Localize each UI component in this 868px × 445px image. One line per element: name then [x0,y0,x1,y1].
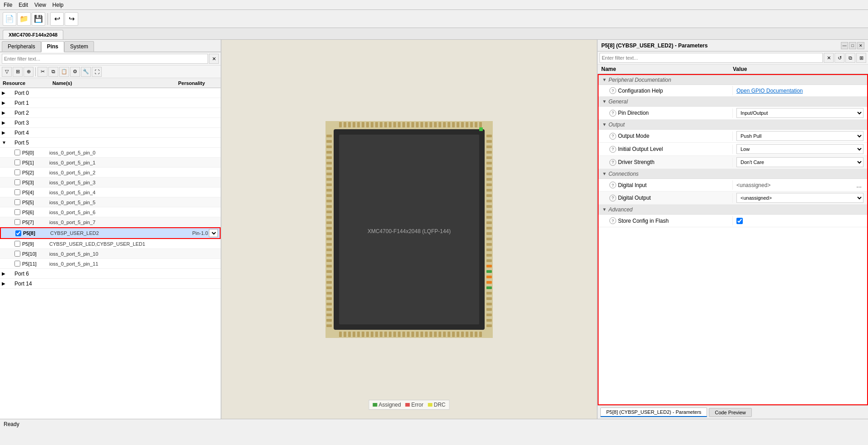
p5-3-checkbox[interactable] [14,179,20,185]
redo-button[interactable]: ↪ [65,12,78,26]
initial-output-level-help-icon[interactable]: ? [609,146,616,153]
right-filter-clear-btn[interactable]: ✕ [824,53,834,63]
tree-row-p5-3[interactable]: P5[3] ioss_0_port_5_pin_3 [0,178,221,187]
svg-rect-74 [326,183,332,186]
initial-output-level-label: Initial Output Level [618,146,663,152]
undo-button[interactable]: ↩ [50,12,64,26]
open-gpio-doc-link[interactable]: Open GPIO Documentation [736,88,803,94]
driver-strength-help-icon[interactable]: ? [609,159,616,166]
svg-rect-124 [486,259,492,262]
right-filter-col1-btn[interactable]: ⧉ [845,53,855,63]
section-peripheral-doc-toggle[interactable]: ▼ [602,77,607,82]
params-tab-button[interactable]: P5[8] (CYBSP_USER_LED2) - Parameters [600,408,707,417]
tools-btn[interactable]: ⚙ [70,67,80,77]
p5-2-checkbox[interactable] [14,169,20,175]
output-mode-help-icon[interactable]: ? [609,133,616,140]
right-filter-bar: ✕ ↺ ⧉ ⊞ [598,52,868,65]
p5-4-checkbox[interactable] [14,189,20,195]
menu-edit[interactable]: Edit [19,2,28,8]
filter-btn[interactable]: ▽ [2,67,12,77]
right-filter-refresh-btn[interactable]: ↺ [835,53,844,63]
tree-row-p5-4[interactable]: P5[4] ioss_0_port_5_pin_4 [0,187,221,197]
section-advanced-toggle[interactable]: ▼ [602,207,607,212]
digital-input-help-icon[interactable]: ? [609,182,616,188]
paste-btn[interactable]: 📋 [59,67,69,77]
store-config-checkbox[interactable] [736,218,743,224]
p5-6-checkbox[interactable] [14,209,20,215]
tree-row-p5-8[interactable]: P5[8] CYBSP_USER_LED2 Pin-1.0 ▼ [0,227,221,239]
section-peripheral-doc-label: Peripheral Documentation [609,77,671,83]
right-filter-col2-btn[interactable]: ⊞ [856,53,866,63]
expand-all-btn[interactable]: ⊕ [24,67,33,77]
right-panel-minimize-btn[interactable]: — [841,42,848,49]
svg-rect-22 [434,122,437,127]
tree-row-port5[interactable]: ▼ Port 5 [0,138,221,148]
tab-pins[interactable]: Pins [41,41,64,52]
svg-rect-18 [416,122,419,127]
open-button[interactable]: 📁 [17,12,31,26]
tree-row-port2[interactable]: ▶ Port 2 [0,108,221,118]
tree-row-port14[interactable]: ▶ Port 14 [0,279,221,289]
p5-8-personality-select[interactable]: ▼ [209,229,218,237]
right-panel-close-btn[interactable]: ✕ [857,42,864,49]
tree-row-port0[interactable]: ▶ Port 0 [0,88,221,98]
col-select-btn[interactable]: ⊞ [13,67,23,77]
p5-9-checkbox[interactable] [14,241,20,247]
digital-output-help-icon[interactable]: ? [609,195,616,201]
p5-5-checkbox[interactable] [14,199,20,205]
copy-btn[interactable]: ⧉ [48,67,58,77]
svg-rect-123 [486,254,492,257]
svg-rect-95 [326,297,332,300]
more-btn[interactable]: ⛶ [92,67,102,77]
store-config-help-icon[interactable]: ? [609,217,616,224]
tree-row-p5-6[interactable]: P5[6] ioss_0_port_5_pin_6 [0,207,221,217]
tree-row-port1[interactable]: ▶ Port 1 [0,98,221,108]
tree-row-port4[interactable]: ▶ Port 4 [0,128,221,138]
right-filter-input[interactable] [599,53,823,63]
filter-input[interactable] [2,54,208,64]
pin-direction-select[interactable]: Input/Output Input Output [736,108,863,118]
code-preview-button[interactable]: Code Preview [709,408,751,417]
save-button[interactable]: 💾 [32,12,45,26]
tab-system[interactable]: System [64,41,94,52]
menu-file[interactable]: File [4,2,12,8]
cut-btn[interactable]: ✂ [38,67,47,77]
menu-view[interactable]: View [34,2,46,8]
section-connections-toggle[interactable]: ▼ [602,171,607,176]
device-tab[interactable]: XMC4700-F144x2048 [3,30,63,39]
tree-row-p5-0[interactable]: P5[0] ioss_0_port_5_pin_0 [0,148,221,158]
p5-10-checkbox[interactable] [14,251,20,257]
initial-output-level-select[interactable]: Low High [736,144,863,154]
filter-clear-btn[interactable]: ✕ [209,54,219,64]
section-output-toggle[interactable]: ▼ [602,122,607,127]
settings-btn[interactable]: 🔧 [81,67,91,77]
digital-output-select[interactable]: <unassigned> [736,193,863,203]
tree-row-p5-10[interactable]: P5[10] ioss_0_port_5_pin_10 [0,249,221,259]
svg-rect-60 [461,332,464,337]
section-general-toggle[interactable]: ▼ [602,99,607,104]
menu-help[interactable]: Help [52,2,64,8]
output-mode-select[interactable]: Push Pull Open Drain [736,131,863,141]
right-panel-restore-btn[interactable]: □ [849,42,856,49]
svg-rect-29 [466,122,468,127]
tab-peripherals[interactable]: Peripherals [2,41,41,52]
tree-row-p5-1[interactable]: P5[1] ioss_0_port_5_pin_1 [0,158,221,168]
tree-row-port3[interactable]: ▶ Port 3 [0,118,221,128]
tree-row-p5-5[interactable]: P5[5] ioss_0_port_5_pin_5 [0,197,221,207]
tree-row-p5-11[interactable]: P5[11] ioss_0_port_5_pin_11 [0,259,221,269]
pin-direction-help-icon[interactable]: ? [609,110,616,117]
digital-input-dots-btn[interactable]: ... [854,182,863,189]
tree-row-p5-7[interactable]: P5[7] ioss_0_port_5_pin_7 [0,217,221,227]
p5-11-checkbox[interactable] [14,261,20,267]
driver-strength-select[interactable]: Don't Care Full Half [736,157,863,167]
svg-rect-46 [398,332,401,337]
p5-0-checkbox[interactable] [14,150,20,155]
new-button[interactable]: 📄 [3,12,16,26]
tree-row-p5-9[interactable]: P5[9] CYBSP_USER_LED,CYBSP_USER_LED1 [0,239,221,249]
p5-8-checkbox[interactable] [15,230,21,236]
config-help-help-icon[interactable]: ? [609,87,616,94]
p5-7-checkbox[interactable] [14,219,20,225]
tree-row-p5-2[interactable]: P5[2] ioss_0_port_5_pin_2 [0,168,221,178]
tree-row-port6[interactable]: ▶ Port 6 [0,269,221,279]
p5-1-checkbox[interactable] [14,159,20,165]
